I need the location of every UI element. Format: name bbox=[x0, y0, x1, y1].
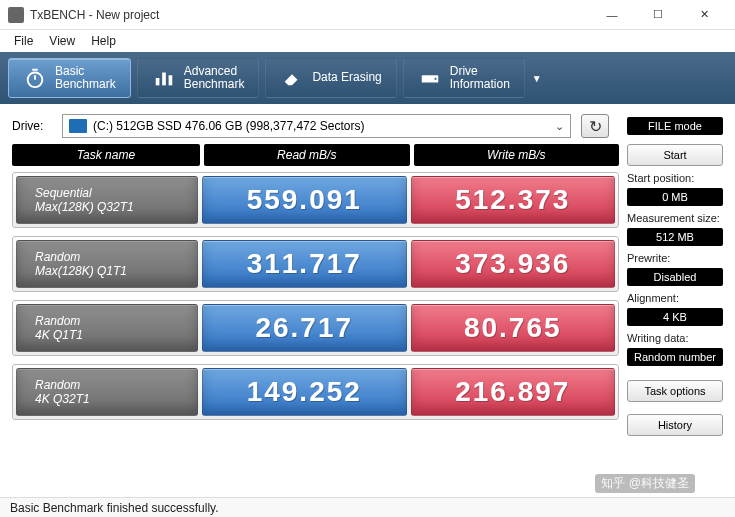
writing-data-label: Writing data: bbox=[627, 332, 723, 344]
svg-rect-1 bbox=[155, 78, 159, 85]
task-name-cell: Random 4K Q1T1 bbox=[16, 304, 198, 352]
measurement-size-label: Measurement size: bbox=[627, 212, 723, 224]
benchmark-results: Task name Read mB/s Write mB/s Sequentia… bbox=[12, 144, 619, 436]
app-icon bbox=[8, 7, 24, 23]
alignment-value[interactable]: 4 KB bbox=[627, 308, 723, 326]
write-cell: 512.373 bbox=[411, 176, 616, 224]
table-row: Random Max(128K) Q1T1 311.717 373.936 bbox=[12, 236, 619, 292]
watermark: 知乎 @科技健圣 bbox=[595, 474, 695, 493]
task-name-cell: Sequential Max(128K) Q32T1 bbox=[16, 176, 198, 224]
prewrite-label: Prewrite: bbox=[627, 252, 723, 264]
nav-toolbar: BasicBenchmark AdvancedBenchmark Data Er… bbox=[0, 52, 735, 104]
eraser-icon bbox=[280, 66, 304, 90]
tab-label: Benchmark bbox=[55, 78, 116, 91]
tab-basic-benchmark[interactable]: BasicBenchmark bbox=[8, 58, 131, 98]
tab-label: Data Erasing bbox=[312, 71, 381, 84]
tab-advanced-benchmark[interactable]: AdvancedBenchmark bbox=[137, 58, 260, 98]
minimize-button[interactable]: — bbox=[589, 0, 635, 30]
drive-icon bbox=[418, 66, 442, 90]
chevron-down-icon: ⌄ bbox=[549, 120, 564, 133]
header-write: Write mB/s bbox=[414, 144, 620, 166]
status-text: Basic Benchmark finished successfully. bbox=[10, 501, 219, 515]
prewrite-value[interactable]: Disabled bbox=[627, 268, 723, 286]
read-cell: 149.252 bbox=[202, 368, 407, 416]
history-button[interactable]: History bbox=[627, 414, 723, 436]
tab-drive-information[interactable]: DriveInformation bbox=[403, 58, 525, 98]
start-position-value[interactable]: 0 MB bbox=[627, 188, 723, 206]
task-name-cell: Random 4K Q32T1 bbox=[16, 368, 198, 416]
menu-help[interactable]: Help bbox=[83, 32, 124, 50]
file-mode-indicator: FILE mode bbox=[627, 117, 723, 135]
table-row: Random 4K Q32T1 149.252 216.897 bbox=[12, 364, 619, 420]
start-button[interactable]: Start bbox=[627, 144, 723, 166]
drive-select[interactable]: (C:) 512GB SSD 476.06 GB (998,377,472 Se… bbox=[62, 114, 571, 138]
svg-rect-2 bbox=[162, 73, 166, 86]
bar-chart-icon bbox=[152, 66, 176, 90]
title-bar: TxBENCH - New project — ☐ ✕ bbox=[0, 0, 735, 30]
header-task-name: Task name bbox=[12, 144, 200, 166]
read-cell: 559.091 bbox=[202, 176, 407, 224]
write-cell: 80.765 bbox=[411, 304, 616, 352]
close-button[interactable]: ✕ bbox=[681, 0, 727, 30]
maximize-button[interactable]: ☐ bbox=[635, 0, 681, 30]
status-bar: Basic Benchmark finished successfully. bbox=[0, 497, 735, 517]
task-name-cell: Random Max(128K) Q1T1 bbox=[16, 240, 198, 288]
table-row: Random 4K Q1T1 26.717 80.765 bbox=[12, 300, 619, 356]
measurement-size-value[interactable]: 512 MB bbox=[627, 228, 723, 246]
disk-icon bbox=[69, 119, 87, 133]
write-cell: 216.897 bbox=[411, 368, 616, 416]
tab-data-erasing[interactable]: Data Erasing bbox=[265, 58, 396, 98]
header-read: Read mB/s bbox=[204, 144, 410, 166]
refresh-icon: ↻ bbox=[589, 117, 602, 136]
svg-point-5 bbox=[434, 78, 436, 80]
sidebar: Start Start position: 0 MB Measurement s… bbox=[619, 144, 723, 436]
drive-select-text: (C:) 512GB SSD 476.06 GB (998,377,472 Se… bbox=[93, 119, 549, 133]
tab-label: Benchmark bbox=[184, 78, 245, 91]
menu-file[interactable]: File bbox=[6, 32, 41, 50]
read-cell: 311.717 bbox=[202, 240, 407, 288]
window-title: TxBENCH - New project bbox=[30, 8, 589, 22]
table-header: Task name Read mB/s Write mB/s bbox=[12, 144, 619, 166]
read-cell: 26.717 bbox=[202, 304, 407, 352]
menu-bar: File View Help bbox=[0, 30, 735, 52]
start-position-label: Start position: bbox=[627, 172, 723, 184]
refresh-button[interactable]: ↻ bbox=[581, 114, 609, 138]
alignment-label: Alignment: bbox=[627, 292, 723, 304]
drive-row: Drive: (C:) 512GB SSD 476.06 GB (998,377… bbox=[0, 104, 735, 144]
svg-rect-3 bbox=[168, 75, 172, 85]
tab-label: Information bbox=[450, 78, 510, 91]
task-options-button[interactable]: Task options bbox=[627, 380, 723, 402]
write-cell: 373.936 bbox=[411, 240, 616, 288]
table-row: Sequential Max(128K) Q32T1 559.091 512.3… bbox=[12, 172, 619, 228]
menu-view[interactable]: View bbox=[41, 32, 83, 50]
writing-data-value[interactable]: Random number bbox=[627, 348, 723, 366]
drive-label: Drive: bbox=[12, 119, 52, 133]
nav-dropdown-arrow[interactable]: ▼ bbox=[527, 58, 547, 98]
stopwatch-icon bbox=[23, 66, 47, 90]
